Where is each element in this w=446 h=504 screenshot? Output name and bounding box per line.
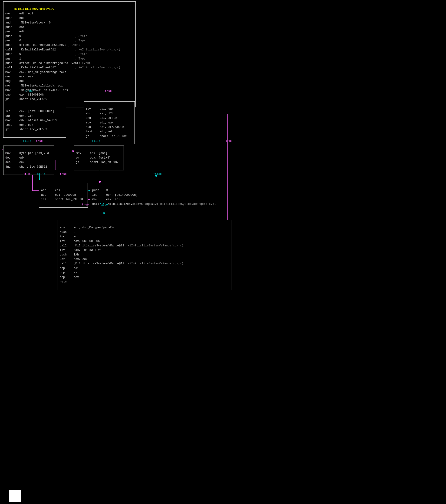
label-true-right: true xyxy=(60,173,67,176)
label-false-2: false xyxy=(23,140,31,143)
label-false-mid-low: false xyxy=(153,173,162,176)
block-mid-low: mov eax, [esi] or eax, [esi+4] jz short … xyxy=(74,145,124,170)
block-add: add esi, 8 add edi, 200000h jnz short lo… xyxy=(39,183,88,208)
label-true-loop: true xyxy=(23,173,30,176)
label-false-loop: false xyxy=(37,173,45,176)
block-left-low-code: mov byte ptr [edx], 3 dec edx dec ecx jn… xyxy=(5,152,49,168)
artifact-square xyxy=(9,490,21,502)
block-bottom-code: mov ecx, ds:_MmHyperSpaceEnd push 2 inc … xyxy=(60,226,184,283)
block-top: _MiInitializeDynamicVa@0: mov edi, edi p… xyxy=(3,1,136,108)
label-true-3: true xyxy=(226,140,233,143)
block-top-title: _MiInitializeDynamicVa@0: xyxy=(12,7,56,11)
block-bottom: mov ecx, ds:_MmHyperSpaceEnd push 2 inc … xyxy=(58,220,232,290)
label-true-1: true xyxy=(105,90,112,93)
label-false-3: false xyxy=(92,140,100,143)
label-true-add: true xyxy=(82,203,89,206)
block-mid-low-code: mov eax, [esi] or eax, [esi+4] jz short … xyxy=(76,152,118,164)
block-add-code: add esi, 8 add edi, 200000h jnz short lo… xyxy=(41,189,83,201)
block-left-low: mov byte ptr [edx], 3 dec edx dec ecx jn… xyxy=(3,145,54,175)
block-left-mid: lea ecx, [eax+80000000h] shr ecx, 15h mo… xyxy=(3,104,66,138)
flow-diagram: _MiInitializeDynamicVa@0: mov edi, edi p… xyxy=(0,0,238,504)
label-false-add: false xyxy=(99,203,108,206)
block-left-mid-code: lea ecx, [eax+80000000h] shr ecx, 15h mo… xyxy=(5,110,58,131)
block-right-mid-code: mov esi, eax shr esi, 12h and esi, 3FF8h… xyxy=(86,108,128,138)
block-push: push 3 lea ecx, [edi+200000h] mov eax, e… xyxy=(90,183,225,212)
block-top-code: mov edi, edi push ecx and _MiSystemVaLoc… xyxy=(5,12,120,101)
label-true-2: true xyxy=(36,140,43,143)
label-false-1: false xyxy=(25,90,34,93)
block-right-mid: mov esi, eax shr esi, 12h and esi, 3FF8h… xyxy=(84,101,135,144)
block-push-code: push 3 lea ecx, [edi+200000h] mov eax, e… xyxy=(92,189,216,205)
